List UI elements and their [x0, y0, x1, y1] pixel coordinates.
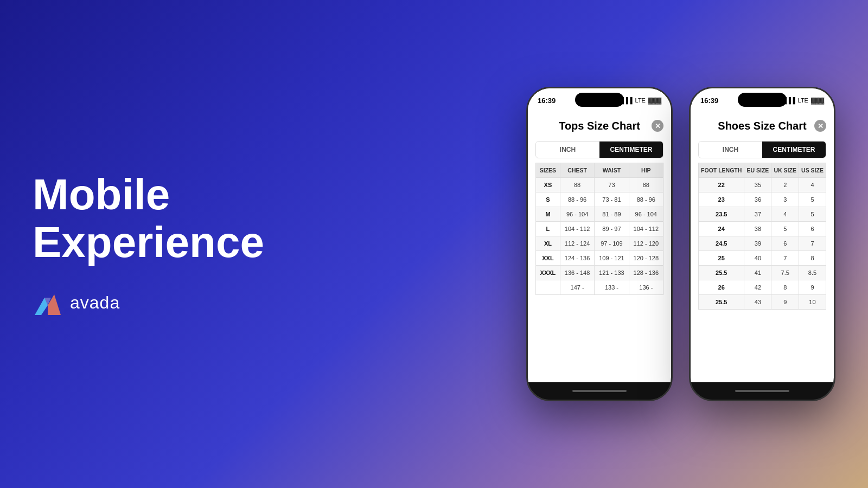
table-cell: 121 - 133 — [595, 266, 629, 280]
shoes-toggle-inch[interactable]: INCH — [699, 142, 762, 158]
table-cell: 96 - 104 — [629, 207, 663, 222]
logo-area: avada — [33, 288, 264, 318]
table-cell: 96 - 104 — [560, 207, 594, 222]
headline-line2: Experience — [33, 219, 264, 266]
tops-col-hip: HIP — [629, 163, 663, 178]
home-indicator-tops — [572, 390, 627, 392]
table-cell: 81 - 89 — [595, 207, 629, 222]
phone-shoes-bottom — [691, 382, 834, 400]
shoes-table-body: 22352423363523.5374524385624.53967254078… — [699, 178, 826, 310]
home-indicator-shoes — [735, 390, 789, 392]
shoes-close-button[interactable]: ✕ — [814, 120, 826, 132]
logo-text: avada — [70, 293, 120, 313]
shoes-col-eu: EU SIZE — [744, 163, 771, 178]
table-cell: 88 — [560, 178, 594, 192]
tops-toggle-container: INCH CENTIMETER — [535, 141, 663, 158]
avada-logo-icon — [33, 288, 62, 318]
table-cell: 35 — [744, 178, 771, 192]
dynamic-island-tops — [575, 93, 624, 107]
table-cell: 8.5 — [799, 266, 826, 280]
table-cell: 112 - 120 — [629, 236, 663, 251]
lte-label: LTE — [635, 97, 646, 104]
table-cell: 10 — [799, 295, 826, 310]
headline-line1: Mobile — [33, 171, 264, 219]
table-row: 23.53745 — [699, 207, 826, 222]
table-cell: 37 — [744, 207, 771, 222]
shoes-col-us: US SIZE — [799, 163, 826, 178]
table-row: 233635 — [699, 192, 826, 207]
table-cell: 9 — [799, 280, 826, 295]
dynamic-island-shoes — [738, 93, 787, 107]
table-row: L104 - 11289 - 97104 - 112 — [536, 222, 663, 236]
tops-col-waist: WAIST — [595, 163, 629, 178]
table-row: 24.53967 — [699, 236, 826, 251]
table-cell: 25.5 — [699, 295, 744, 310]
table-row: 25.5417.58.5 — [699, 266, 826, 280]
tops-col-chest: CHEST — [560, 163, 594, 178]
table-cell: 133 - — [595, 280, 629, 295]
table-cell: 25 — [699, 251, 744, 266]
table-cell: 8 — [799, 251, 826, 266]
table-cell: 24.5 — [699, 236, 744, 251]
table-cell: S — [536, 192, 560, 207]
table-cell: L — [536, 222, 560, 236]
table-cell: 128 - 136 — [629, 266, 663, 280]
phones-section: 16:39 ▐▐▐ LTE ▓▓▓ Tops Size Chart ✕ INCH… — [526, 87, 835, 401]
tops-toggle-centimeter[interactable]: CENTIMETER — [599, 142, 663, 158]
tops-table: SIZES CHEST WAIST HIP XS887388S88 - 9673… — [535, 163, 663, 295]
table-row: S88 - 9673 - 8188 - 96 — [536, 192, 663, 207]
status-icons-shoes: ▐▐▐ LTE ▓▓▓ — [782, 97, 824, 104]
phone-shoes-screen: 16:39 ▐▐▐ LTE ▓▓▓ Shoes Size Chart ✕ INC… — [691, 88, 834, 382]
table-cell: 7 — [799, 236, 826, 251]
table-cell: 147 - — [560, 280, 594, 295]
table-row: 243856 — [699, 222, 826, 236]
table-cell: 23.5 — [699, 207, 744, 222]
phone-tops-screen: 16:39 ▐▐▐ LTE ▓▓▓ Tops Size Chart ✕ INCH… — [528, 88, 671, 382]
table-cell: 25.5 — [699, 266, 744, 280]
table-cell: 124 - 136 — [560, 251, 594, 266]
table-row: XS887388 — [536, 178, 663, 192]
table-row: M96 - 10481 - 8996 - 104 — [536, 207, 663, 222]
phone-tops-statusbar: 16:39 ▐▐▐ LTE ▓▓▓ — [528, 88, 671, 112]
tops-table-body: XS887388S88 - 9673 - 8188 - 96M96 - 1048… — [536, 178, 663, 295]
table-cell: 104 - 112 — [560, 222, 594, 236]
table-cell: 73 - 81 — [595, 192, 629, 207]
tops-modal-header: Tops Size Chart ✕ — [528, 112, 671, 137]
status-icons-tops: ▐▐▐ LTE ▓▓▓ — [620, 97, 661, 104]
table-cell: 4 — [799, 178, 826, 192]
table-row: XXXL136 - 148121 - 133128 - 136 — [536, 266, 663, 280]
tops-col-sizes: SIZES — [536, 163, 560, 178]
battery-icon: ▓▓▓ — [648, 97, 661, 104]
table-cell: 5 — [799, 192, 826, 207]
shoes-col-uk: UK SIZE — [771, 163, 799, 178]
shoes-table-header-row: FOOT LENGTH EU SIZE UK SIZE US SIZE — [699, 163, 826, 178]
headline: Mobile Experience — [33, 171, 264, 266]
table-cell: XXL — [536, 251, 560, 266]
tops-toggle-inch[interactable]: INCH — [536, 142, 599, 158]
phone-shoes: 16:39 ▐▐▐ LTE ▓▓▓ Shoes Size Chart ✕ INC… — [689, 87, 835, 401]
shoes-toggle-container: INCH CENTIMETER — [698, 141, 826, 158]
shoes-modal-title: Shoes Size Chart — [718, 120, 806, 132]
table-cell: 2 — [771, 178, 799, 192]
shoes-toggle-centimeter[interactable]: CENTIMETER — [762, 142, 826, 158]
table-cell: 97 - 109 — [595, 236, 629, 251]
table-cell — [536, 280, 560, 295]
table-cell: 26 — [699, 280, 744, 295]
table-cell: XXXL — [536, 266, 560, 280]
table-cell: M — [536, 207, 560, 222]
lte-label-shoes: LTE — [798, 97, 808, 104]
table-cell: 6 — [799, 222, 826, 236]
shoes-modal-content: Shoes Size Chart ✕ INCH CENTIMETER FOOT … — [691, 112, 834, 382]
tops-close-button[interactable]: ✕ — [652, 120, 663, 132]
table-cell: 112 - 124 — [560, 236, 594, 251]
table-cell: XS — [536, 178, 560, 192]
table-row: XXL124 - 136109 - 121120 - 128 — [536, 251, 663, 266]
table-cell: 88 - 96 — [560, 192, 594, 207]
phone-tops: 16:39 ▐▐▐ LTE ▓▓▓ Tops Size Chart ✕ INCH… — [526, 87, 673, 401]
table-row: 25.543910 — [699, 295, 826, 310]
table-cell: 41 — [744, 266, 771, 280]
table-cell: 3 — [771, 192, 799, 207]
svg-marker-2 — [48, 294, 61, 315]
table-cell: 88 - 96 — [629, 192, 663, 207]
table-cell: 73 — [595, 178, 629, 192]
